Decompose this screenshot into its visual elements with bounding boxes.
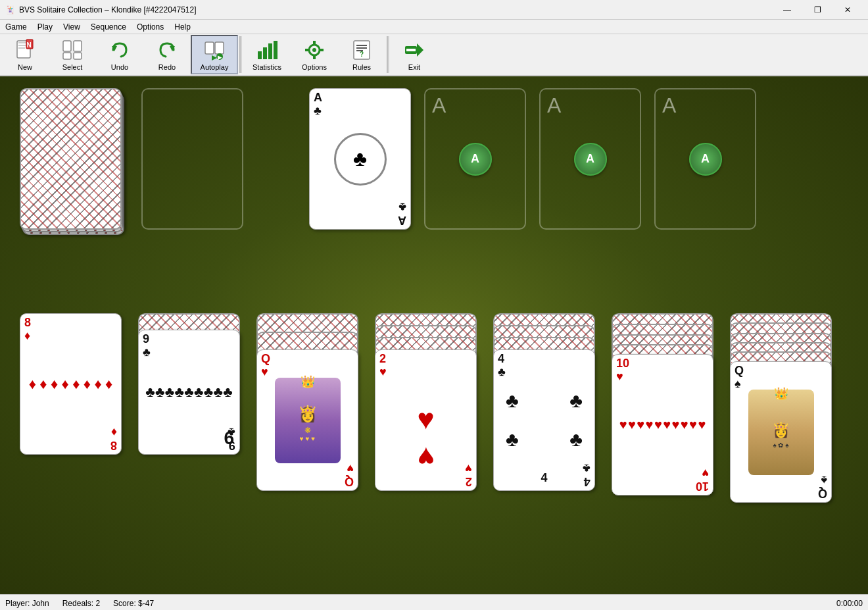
foundation-4[interactable]: A A (654, 88, 756, 230)
ace-clubs-center: ♣ (334, 133, 387, 186)
options-button[interactable]: Options (291, 35, 338, 74)
foundation-3-label: A (547, 93, 561, 118)
player-info: Player: John (5, 599, 49, 608)
app-icon: 🃏 (5, 5, 15, 14)
statusbar: Player: John Redeals: 2 Score: $-47 0:00… (0, 594, 868, 610)
exit-icon (402, 38, 426, 62)
undo-button[interactable]: Undo (96, 35, 143, 74)
redo-label: Redo (158, 63, 176, 71)
waste-pile[interactable] (141, 88, 243, 230)
foundation-1-rank: A♣ (314, 91, 322, 118)
undo-label: Undo (111, 63, 128, 71)
new-button[interactable]: N New (1, 35, 49, 74)
select-button[interactable]: Select (49, 35, 96, 74)
rules-label: Rules (352, 63, 371, 71)
menu-help[interactable]: Help (169, 20, 196, 34)
foundation-3[interactable]: A A (539, 88, 641, 230)
toolbar-divider (239, 36, 242, 73)
game-area: A♣ ♣ A♣ A A A A A A 8♦ ♦ ♦ ♦ ♦ ♦ ♦ ♦ ♦ 8… (0, 76, 868, 594)
menu-view[interactable]: View (58, 20, 85, 34)
close-button[interactable]: ✕ (832, 0, 863, 20)
tableau-3-top[interactable]: Q♥ 👑 👸 ❋ ♥ ♥ ♥ Q♥ (256, 349, 358, 491)
autoplay-button[interactable]: ▶ Autoplay (191, 35, 238, 74)
svg-rect-8 (63, 53, 71, 59)
tableau-1[interactable]: 8♦ ♦ ♦ ♦ ♦ ♦ ♦ ♦ ♦ 8♦ (20, 313, 122, 455)
tableau-2-top[interactable]: 9♣ ♣ ♣ ♣ ♣ ♣ ♣ ♣ ♣ ♣ 9♣ 6 (138, 330, 240, 455)
app-title: BVS Solitaire Collection – Klondike [#42… (19, 5, 197, 14)
new-icon: N (13, 38, 37, 62)
menu-options[interactable]: Options (132, 20, 169, 34)
toolbar-divider-2 (387, 36, 389, 73)
stock-pile[interactable] (20, 88, 122, 230)
foundation-1[interactable]: A♣ ♣ A♣ (309, 88, 411, 230)
redo-button[interactable]: Redo (143, 35, 191, 74)
titlebar-controls[interactable]: — ❐ ✕ (772, 0, 863, 20)
new-label: New (18, 63, 32, 71)
minimize-button[interactable]: — (772, 0, 802, 20)
svg-rect-18 (263, 47, 267, 59)
foundation-3-btn[interactable]: A (574, 143, 607, 176)
tableau-5-top[interactable]: 4♣ ♣ ♣ ♣ ♣ 4♣ 4 (493, 349, 595, 491)
svg-rect-24 (313, 55, 316, 59)
menubar: Game Play View Sequence Options Help (0, 20, 868, 34)
redeals-info: Redeals: 2 (62, 599, 100, 608)
svg-rect-20 (274, 41, 277, 59)
autoplay-label: Autoplay (201, 63, 229, 71)
select-icon (60, 38, 84, 62)
maximize-button[interactable]: ❐ (802, 0, 832, 20)
svg-marker-33 (417, 43, 423, 57)
svg-rect-12 (205, 42, 214, 54)
options-icon (302, 38, 326, 62)
foundation-2-btn[interactable]: A (459, 143, 492, 176)
toolbar: N New Select Undo (0, 34, 868, 76)
foundation-2[interactable]: A A (424, 88, 526, 230)
foundation-4-btn[interactable]: A (689, 143, 722, 176)
foundation-2-label: A (432, 93, 446, 118)
tableau-4-top[interactable]: 2♥ ♥ ♥ 2♥ (375, 349, 477, 491)
svg-rect-6 (63, 41, 71, 51)
svg-rect-17 (258, 51, 262, 59)
svg-rect-26 (320, 49, 324, 51)
svg-rect-3 (18, 47, 25, 49)
autoplay-icon: ▶ (203, 38, 226, 62)
svg-rect-29 (356, 47, 367, 49)
exit-label: Exit (408, 63, 420, 71)
menu-game[interactable]: Game (0, 20, 32, 34)
svg-rect-9 (74, 53, 82, 59)
rules-icon: ? (350, 38, 374, 62)
options-label: Options (302, 63, 327, 71)
foundation-4-label: A (662, 93, 676, 118)
svg-marker-14 (212, 55, 217, 61)
svg-rect-13 (215, 42, 224, 54)
svg-text:N: N (26, 41, 31, 49)
select-label: Select (62, 63, 83, 71)
tableau-7-top[interactable]: Q♠ 👑 👸 ♠ ✿ ♠ Q♠ (730, 361, 832, 503)
titlebar: 🃏 BVS Solitaire Collection – Klondike [#… (0, 0, 868, 20)
time-info: 0:00:00 (836, 599, 863, 608)
svg-text:▶: ▶ (218, 55, 222, 61)
statistics-icon (255, 38, 279, 62)
menu-play[interactable]: Play (32, 20, 58, 34)
undo-icon (108, 38, 132, 62)
menu-sequence[interactable]: Sequence (85, 20, 132, 34)
redo-icon (155, 38, 179, 62)
svg-rect-19 (268, 43, 272, 59)
svg-rect-7 (74, 41, 82, 51)
svg-rect-34 (406, 49, 416, 51)
exit-button[interactable]: Exit (391, 35, 438, 74)
svg-point-22 (312, 48, 316, 52)
statistics-button[interactable]: Statistics (243, 35, 291, 74)
rules-button[interactable]: ? Rules (338, 35, 385, 74)
score-info: Score: $-47 (113, 599, 154, 608)
tableau-6-top[interactable]: 10♥ ♥ ♥ ♥ ♥ ♥ ♥ ♥ ♥ ♥ ♥ 10♥ (612, 354, 713, 496)
svg-text:?: ? (360, 51, 364, 58)
titlebar-left: 🃏 BVS Solitaire Collection – Klondike [#… (5, 5, 197, 14)
svg-rect-25 (305, 49, 309, 51)
svg-rect-23 (313, 41, 316, 45)
statistics-label: Statistics (253, 63, 281, 71)
svg-rect-28 (356, 45, 367, 46)
foundation-1-rank-bottom: A♣ (398, 200, 406, 226)
